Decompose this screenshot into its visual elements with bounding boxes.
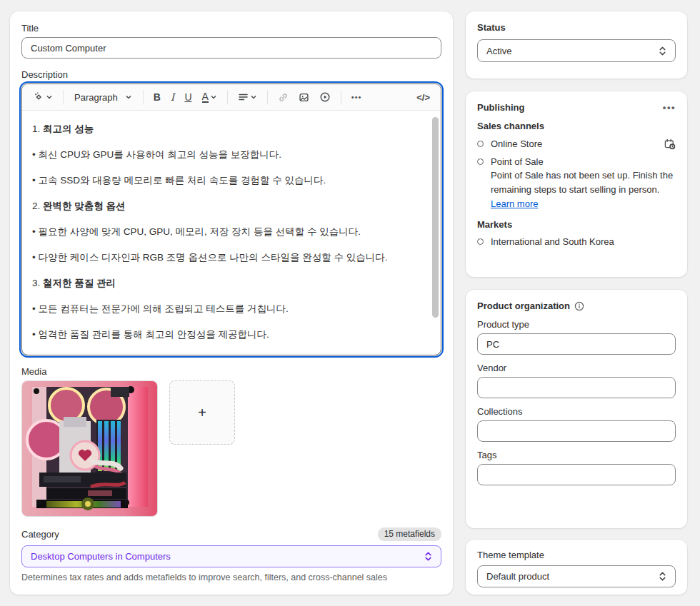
code-icon: </> [416, 92, 430, 103]
plus-icon: + [198, 405, 206, 421]
underline-button[interactable]: U [181, 89, 195, 106]
vendor-field: Vendor [477, 363, 676, 398]
horizontal-dots-icon: ••• [663, 102, 676, 113]
collections-input[interactable] [477, 420, 676, 442]
tags-label: Tags [477, 450, 676, 460]
description-editor[interactable]: Paragraph B I U A [21, 84, 441, 355]
description-heading: 4. 뛰어난 고객 서비스 [32, 353, 422, 355]
theme-template-value: Default product [486, 571, 549, 582]
market-label: International and South Korea [491, 236, 676, 247]
channel-status-icon [477, 158, 484, 165]
chevron-down-icon [210, 94, 217, 101]
description-bullet: • 필요한 사양에 맞게 CPU, GPU, 메모리, 저장 장치 등을 선택할… [32, 225, 422, 239]
text-color-icon: A [202, 91, 209, 103]
description-bullet: • 최신 CPU와 GPU를 사용하여 최고의 성능을 보장합니다. [32, 148, 422, 162]
schedule-calendar-icon[interactable] [664, 138, 676, 150]
paragraph-label: Paragraph [74, 92, 118, 103]
align-left-icon [238, 92, 249, 102]
toolbar-divider [341, 90, 341, 104]
scrollbar-thumb[interactable] [432, 117, 439, 318]
link-button [274, 89, 292, 106]
insert-image-button[interactable] [295, 89, 313, 106]
image-icon [299, 92, 309, 103]
status-title: Status [477, 22, 676, 33]
description-bullet: • 다양한 케이스 디자인과 RGB 조명 옵션으로 나만의 스타일을 완성할 … [32, 251, 422, 265]
category-helper-text: Determines tax rates and adds metafields… [21, 572, 441, 582]
paragraph-style-dropdown[interactable]: Paragraph [70, 89, 136, 106]
toolbar-divider [143, 90, 144, 104]
category-value: Desktop Computers in Computers [31, 551, 171, 562]
theme-template-card: Theme template Default product [466, 540, 687, 595]
description-bullet: • 모든 컴퓨터는 전문가에 의해 조립되고 테스트를 거칩니다. [32, 302, 422, 316]
product-type-input[interactable] [477, 333, 676, 355]
description-heading: 2. 완벽한 맞춤형 옵션 [32, 199, 422, 213]
publishing-menu-button[interactable]: ••• [663, 104, 676, 111]
select-updown-icon [424, 551, 432, 562]
product-organization-card: Product organization Product type Vendor… [466, 290, 687, 528]
market-row: International and South Korea [477, 236, 676, 247]
category-header: Category 15 metafields [21, 527, 441, 541]
toolbar-divider [267, 90, 268, 104]
tags-input[interactable] [477, 464, 676, 485]
channel-label: Point of Sale [491, 156, 676, 167]
italic-button[interactable]: I [167, 89, 179, 106]
add-media-button[interactable]: + [169, 380, 235, 445]
product-image-thumbnail[interactable] [21, 380, 158, 517]
learn-more-link[interactable]: Learn more [491, 198, 538, 209]
markets-label: Markets [477, 219, 676, 230]
status-value: Active [486, 46, 511, 56]
product-image [22, 381, 157, 516]
channel-status-icon [477, 141, 484, 147]
category-select[interactable]: Desktop Computers in Computers [21, 545, 441, 567]
toolbar-divider [63, 90, 64, 104]
link-icon [278, 92, 289, 103]
editor-content[interactable]: 1. 최고의 성능• 최신 CPU와 GPU를 사용하여 최고의 성능을 보장합… [22, 111, 441, 355]
channel-row-online-store: Online Store [477, 138, 676, 150]
channel-row-point-of-sale: Point of Sale [477, 156, 676, 167]
product-details-card: Title Description Paragraph B I U A [10, 11, 453, 595]
publishing-card: Publishing ••• Sales channels Online Sto… [466, 91, 687, 277]
collections-label: Collections [477, 406, 676, 417]
select-updown-icon [659, 571, 666, 582]
vendor-label: Vendor [477, 363, 676, 373]
text-color-button[interactable]: A [199, 89, 221, 106]
bold-icon: B [154, 92, 161, 102]
theme-template-label: Theme template [477, 550, 676, 560]
select-updown-icon [659, 46, 666, 56]
alignment-button[interactable] [234, 89, 261, 105]
description-bullet: • 엄격한 품질 관리를 통해 최고의 안정성을 제공합니다. [32, 328, 422, 342]
bold-button[interactable]: B [150, 89, 164, 105]
title-input[interactable] [21, 37, 441, 59]
vendor-input[interactable] [477, 377, 676, 398]
ai-magic-button[interactable] [29, 89, 56, 106]
info-icon[interactable] [574, 301, 584, 311]
more-formatting-button[interactable]: ••• [348, 90, 366, 104]
show-html-button[interactable]: </> [413, 89, 434, 106]
chevron-down-icon [46, 94, 53, 101]
sparkle-icon [33, 91, 44, 103]
play-circle-icon [319, 91, 331, 103]
sales-channels-label: Sales channels [477, 121, 676, 131]
media-label: Media [21, 366, 441, 377]
description-label: Description [21, 69, 441, 80]
description-heading: 3. 철저한 품질 관리 [32, 276, 422, 291]
insert-video-button[interactable] [316, 89, 334, 106]
channel-label: Online Store [491, 138, 656, 149]
theme-template-select[interactable]: Default product [477, 565, 676, 587]
description-heading: 1. 최고의 성능 [32, 122, 422, 136]
chevron-down-icon [250, 94, 257, 101]
product-organization-title: Product organization [477, 301, 570, 311]
pos-setup-note: Point of Sale has not been set up. Finis… [491, 168, 676, 197]
description-bullet: • 고속 SSD와 대용량 메모리로 빠른 처리 속도를 경험할 수 있습니다. [32, 173, 422, 188]
more-icon: ••• [351, 93, 362, 101]
editor-scrollbar[interactable] [432, 116, 439, 349]
product-type-label: Product type [477, 319, 676, 330]
chevron-down-icon [125, 94, 132, 101]
publishing-title: Publishing [477, 102, 524, 113]
media-section: + [21, 380, 441, 517]
editor-toolbar: Paragraph B I U A [22, 84, 441, 111]
category-label: Category [21, 529, 59, 540]
status-select[interactable]: Active [477, 39, 676, 62]
metafields-badge: 15 metafields [378, 527, 441, 541]
collections-field: Collections [477, 406, 676, 442]
